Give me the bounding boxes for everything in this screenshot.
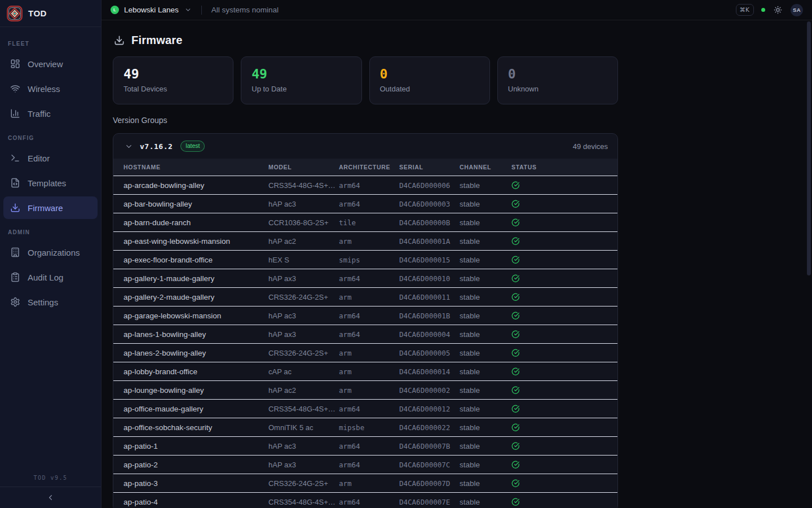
cell-architecture: arm bbox=[339, 293, 399, 301]
cell-serial: D4CA6D000012 bbox=[399, 405, 460, 413]
table-row[interactable]: ap-gallery-1-maude-gallery hAP ax3 arm64… bbox=[113, 269, 617, 287]
cell-model: CRS326-24G-2S+ bbox=[268, 479, 339, 488]
page-content: Firmware 49 Total Devices 49 Up to Date … bbox=[102, 20, 618, 508]
scrollbar-thumb[interactable] bbox=[807, 21, 811, 275]
sidebar: TOD Fleet Overview Wireless Traffic Conf… bbox=[0, 0, 102, 508]
cell-serial: D4CA6D00007E bbox=[399, 498, 460, 506]
table-row[interactable]: ap-patio-1 hAP ac3 arm64 D4CA6D00007B st… bbox=[113, 436, 617, 455]
stats-grid: 49 Total Devices 49 Up to Date 0 Outdate… bbox=[113, 56, 618, 104]
cell-serial: D4CA6D000005 bbox=[399, 349, 460, 357]
page-title: Firmware bbox=[131, 34, 183, 47]
cell-status bbox=[511, 256, 617, 264]
column-header-hostname: Hostname bbox=[123, 164, 268, 170]
sidebar-item-overview[interactable]: Overview bbox=[3, 52, 98, 75]
device-count: 49 devices bbox=[573, 142, 608, 151]
brand-name: TOD bbox=[28, 8, 47, 18]
page-scrollbar[interactable] bbox=[806, 21, 812, 508]
cell-architecture: arm bbox=[339, 479, 399, 488]
cell-model: CCR1036-8G-2S+ bbox=[268, 218, 339, 227]
nav-section-fleet: Fleet bbox=[3, 33, 98, 52]
sidebar-item-audit-log[interactable]: Audit Log bbox=[3, 266, 98, 288]
sidebar-item-firmware[interactable]: Firmware bbox=[3, 196, 98, 219]
cell-hostname: ap-office-maude-gallery bbox=[123, 405, 268, 413]
table-row[interactable]: ap-gallery-2-maude-gallery CRS326-24G-2S… bbox=[113, 287, 617, 306]
command-palette-shortcut[interactable]: ⌘K bbox=[736, 4, 754, 16]
cell-hostname: ap-office-sobchak-security bbox=[123, 423, 268, 432]
sidebar-item-settings[interactable]: Settings bbox=[3, 291, 98, 313]
sidebar-item-label: Traffic bbox=[28, 109, 51, 119]
cell-status bbox=[511, 367, 617, 376]
cell-serial: D4CA6D000003 bbox=[399, 200, 460, 208]
cell-model: hEX S bbox=[268, 256, 339, 264]
cell-hostname: ap-east-wing-lebowski-mansion bbox=[123, 237, 268, 246]
cell-model: hAP ac3 bbox=[268, 200, 339, 208]
sidebar-item-editor[interactable]: Editor bbox=[3, 147, 98, 169]
check-circle-icon bbox=[511, 200, 520, 208]
sidebar-item-label: Editor bbox=[28, 154, 50, 163]
cell-channel: stable bbox=[460, 442, 511, 450]
latest-badge: latest bbox=[180, 141, 205, 152]
table-row[interactable]: ap-bar-bowling-alley hAP ac3 arm64 D4CA6… bbox=[113, 194, 617, 213]
cell-channel: stable bbox=[460, 293, 511, 301]
cell-hostname: ap-barn-dude-ranch bbox=[123, 218, 268, 227]
cell-serial: D4CA6D000022 bbox=[399, 423, 460, 432]
stat-value: 0 bbox=[380, 65, 479, 82]
org-switcher[interactable]: L Lebowski Lanes bbox=[111, 6, 192, 14]
sun-icon bbox=[774, 6, 782, 14]
sidebar-item-organizations[interactable]: Organizations bbox=[3, 241, 98, 264]
cell-channel: stable bbox=[460, 218, 511, 227]
table-row[interactable]: ap-lounge-bowling-alley hAP ac2 arm D4CA… bbox=[113, 380, 617, 399]
table-row[interactable]: ap-office-maude-gallery CRS354-48G-4S+… … bbox=[113, 399, 617, 418]
cell-serial: D4CA6D000006 bbox=[399, 181, 460, 190]
table-row[interactable]: ap-patio-4 CRS354-48G-4S+… arm64 D4CA6D0… bbox=[113, 492, 617, 508]
table-row[interactable]: ap-lanes-2-bowling-alley CRS326-24G-2S+ … bbox=[113, 343, 617, 362]
check-circle-icon bbox=[511, 367, 520, 376]
table-row[interactable]: ap-garage-lebowski-mansion hAP ac3 arm64… bbox=[113, 306, 617, 325]
cell-channel: stable bbox=[460, 330, 511, 339]
table-row[interactable]: ap-patio-3 CRS326-24G-2S+ arm D4CA6D0000… bbox=[113, 474, 617, 492]
check-circle-icon bbox=[511, 181, 520, 190]
sidebar-item-label: Wireless bbox=[28, 84, 60, 94]
check-circle-icon bbox=[511, 293, 520, 301]
cell-model: hAP ac3 bbox=[268, 442, 339, 450]
stat-card-total-devices: 49 Total Devices bbox=[113, 56, 233, 104]
building-icon bbox=[10, 247, 20, 257]
sidebar-footer: TOD v9.5 bbox=[0, 469, 101, 508]
cell-architecture: arm bbox=[339, 386, 399, 395]
device-table-body: ap-arcade-bowling-alley CRS354-48G-4S+… … bbox=[113, 176, 617, 508]
cell-serial: D4CA6D00007D bbox=[399, 479, 460, 488]
nav-section-config: Config bbox=[3, 127, 98, 147]
cell-serial: D4CA6D00001B bbox=[399, 312, 460, 320]
cell-channel: stable bbox=[460, 405, 511, 413]
org-name: Lebowski Lanes bbox=[124, 6, 179, 14]
column-header-model: Model bbox=[268, 164, 339, 170]
user-avatar[interactable]: SA bbox=[791, 4, 803, 16]
table-row[interactable]: ap-patio-2 hAP ax3 arm64 D4CA6D00007C st… bbox=[113, 455, 617, 474]
table-row[interactable]: ap-lobby-brandt-office cAP ac arm D4CA6D… bbox=[113, 362, 617, 380]
table-row[interactable]: ap-exec-floor-brandt-office hEX S smips … bbox=[113, 250, 617, 269]
cell-hostname: ap-lounge-bowling-alley bbox=[123, 386, 268, 395]
sidebar-header: TOD bbox=[0, 0, 101, 27]
health-dot-icon bbox=[761, 8, 765, 12]
cell-hostname: ap-patio-4 bbox=[123, 498, 268, 506]
cell-status bbox=[511, 423, 617, 432]
sidebar-item-templates[interactable]: Templates bbox=[3, 172, 98, 194]
version-group-header[interactable]: v7.16.2 latest 49 devices bbox=[113, 134, 617, 159]
cell-model: OmniTIK 5 ac bbox=[268, 423, 339, 432]
stat-label: Up to Date bbox=[251, 85, 351, 93]
table-row[interactable]: ap-east-wing-lebowski-mansion hAP ac2 ar… bbox=[113, 231, 617, 250]
theme-toggle-button[interactable] bbox=[773, 5, 783, 15]
column-header-architecture: Architecture bbox=[339, 164, 399, 170]
cell-hostname: ap-gallery-1-maude-gallery bbox=[123, 274, 268, 283]
table-row[interactable]: ap-office-sobchak-security OmniTIK 5 ac … bbox=[113, 418, 617, 436]
sidebar-item-traffic[interactable]: Traffic bbox=[3, 102, 98, 125]
table-row[interactable]: ap-arcade-bowling-alley CRS354-48G-4S+… … bbox=[113, 176, 617, 194]
sidebar-collapse-button[interactable] bbox=[0, 487, 101, 508]
cell-model: cAP ac bbox=[268, 367, 339, 376]
cell-hostname: ap-patio-3 bbox=[123, 479, 268, 488]
sidebar-item-wireless[interactable]: Wireless bbox=[3, 77, 98, 100]
table-row[interactable]: ap-lanes-1-bowling-alley hAP ax3 arm64 D… bbox=[113, 325, 617, 343]
check-circle-icon bbox=[511, 274, 520, 283]
cell-channel: stable bbox=[460, 256, 511, 264]
table-row[interactable]: ap-barn-dude-ranch CCR1036-8G-2S+ tile D… bbox=[113, 213, 617, 231]
